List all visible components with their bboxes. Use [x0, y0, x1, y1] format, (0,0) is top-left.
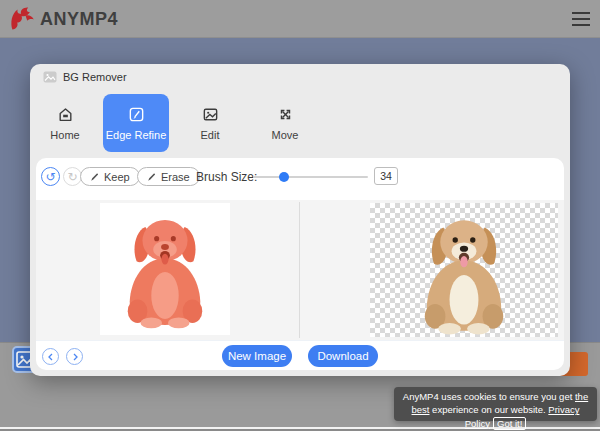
- edit-image-icon: [202, 106, 219, 123]
- new-image-button[interactable]: New Image: [222, 345, 292, 367]
- brush-slider-thumb[interactable]: [279, 172, 289, 182]
- got-it-button[interactable]: Got it!: [493, 417, 526, 430]
- undo-button[interactable]: ↺: [41, 167, 60, 186]
- erase-brush-icon: [147, 172, 157, 182]
- card-footer: New Image Download: [36, 340, 564, 370]
- result-dog-illustration: [412, 209, 516, 337]
- preview-panels: [36, 200, 564, 340]
- dialog-title-row: BG Remover: [43, 71, 127, 83]
- erase-button[interactable]: Erase: [137, 167, 200, 186]
- tab-edge-refine[interactable]: Edge Refine: [103, 94, 169, 152]
- masked-dog-illustration: [116, 209, 214, 331]
- chevron-left-icon: [47, 353, 55, 361]
- tab-edge-refine-label: Edge Refine: [106, 129, 167, 141]
- result-preview-image[interactable]: [370, 203, 558, 337]
- undo-icon: ↺: [45, 171, 55, 183]
- editor-card: ↺ ↻ Keep Erase Brush Size:: [36, 158, 564, 370]
- cookie-text: AnyMP4 uses cookies to ensure you get: [403, 391, 575, 402]
- chevron-right-icon: [71, 353, 79, 361]
- slider-track: [253, 176, 368, 178]
- page: ANYMP4 BG Remover: [0, 0, 600, 431]
- next-image-button[interactable]: [66, 348, 83, 365]
- tab-home-label: Home: [50, 129, 79, 141]
- erase-label: Erase: [161, 171, 190, 183]
- tab-edit-label: Edit: [201, 129, 220, 141]
- tab-move-label: Move: [272, 129, 299, 141]
- bg-remover-icon: [43, 71, 57, 83]
- toolbar: ↺ ↻ Keep Erase Brush Size:: [36, 158, 564, 200]
- hamburger-menu-icon[interactable]: [572, 12, 590, 26]
- move-icon: [277, 106, 294, 123]
- anymp4-logo[interactable]: ANYMP4: [8, 5, 118, 33]
- panel-divider: [299, 202, 300, 338]
- tab-home[interactable]: Home: [32, 94, 98, 152]
- brush-size-label: Brush Size:: [196, 170, 257, 184]
- site-header: ANYMP4: [0, 0, 600, 38]
- cookie-banner: AnyMP4 uses cookies to ensure you get th…: [394, 387, 597, 421]
- tab-edit[interactable]: Edit: [177, 94, 243, 152]
- edge-refine-icon: [128, 106, 145, 123]
- bg-remover-dialog: BG Remover Home Edge Refine Ed: [30, 64, 570, 376]
- logo-text: ANYMP4: [40, 9, 118, 30]
- home-icon: [57, 106, 74, 123]
- mask-preview-image[interactable]: [100, 203, 230, 335]
- download-button[interactable]: Download: [308, 345, 378, 367]
- cookie-text-middle: experience on our website.: [429, 404, 548, 415]
- brush-size-value[interactable]: 34: [374, 167, 398, 185]
- anymp4-fox-icon: [8, 5, 36, 33]
- dialog-title: BG Remover: [63, 71, 127, 83]
- brush-size-slider[interactable]: [253, 167, 368, 186]
- prev-image-button[interactable]: [42, 348, 59, 365]
- redo-icon: ↻: [67, 171, 77, 183]
- keep-brush-icon: [90, 172, 100, 182]
- keep-button[interactable]: Keep: [80, 167, 140, 186]
- tab-move[interactable]: Move: [252, 94, 318, 152]
- keep-label: Keep: [104, 171, 130, 183]
